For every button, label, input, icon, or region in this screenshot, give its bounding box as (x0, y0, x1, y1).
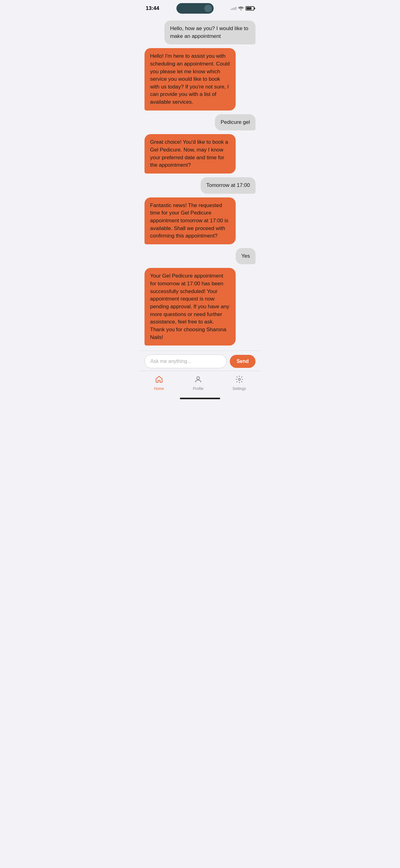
status-bar: 13:44 (139, 0, 261, 16)
battery-icon (245, 6, 254, 10)
message-bubble-user: Hello, how ae you? I would like to make … (164, 21, 256, 44)
message-row: Hello! I'm here to assist you with sched… (144, 48, 256, 110)
send-button[interactable]: Send (230, 355, 256, 368)
chat-input[interactable] (151, 359, 221, 364)
message-row: Great choice! You'd like to book a Gel P… (144, 134, 256, 174)
home-icon (155, 375, 163, 385)
message-row: Yes (144, 248, 256, 265)
message-row: Fantastic news! The requested time for y… (144, 197, 256, 244)
dynamic-island-container (176, 3, 214, 14)
signal-icon (231, 7, 236, 10)
status-time: 13:44 (146, 5, 159, 11)
nav-item-profile[interactable]: Profile (188, 374, 208, 392)
nav-label-settings: Settings (233, 386, 246, 391)
svg-point-1 (238, 378, 240, 381)
message-row: Hello, how ae you? I would like to make … (144, 21, 256, 44)
profile-icon (194, 375, 202, 385)
message-bubble-user: Yes (236, 248, 256, 265)
message-row: Tomorrow at 17:00 (144, 177, 256, 194)
nav-label-home: Home (154, 386, 164, 391)
message-bubble-user: Tomorrow at 17:00 (201, 177, 256, 194)
nav-item-home[interactable]: Home (149, 374, 169, 392)
chat-area: Hello, how ae you? I would like to make … (139, 16, 261, 350)
input-wrapper (144, 354, 227, 368)
dynamic-island (176, 3, 214, 14)
settings-icon (235, 375, 243, 385)
message-bubble-bot: Fantastic news! The requested time for y… (144, 197, 236, 244)
nav-item-settings[interactable]: Settings (228, 374, 251, 392)
message-bubble-bot: Hello! I'm here to assist you with sched… (144, 48, 236, 110)
message-row: Pedicure gel (144, 114, 256, 131)
status-indicators (231, 6, 254, 11)
message-bubble-bot: Your Gel Pedicure appointment for tomorr… (144, 268, 236, 345)
input-area: Send (139, 350, 261, 371)
message-bubble-user: Pedicure gel (215, 114, 256, 131)
wifi-icon (238, 6, 244, 11)
message-bubble-bot: Great choice! You'd like to book a Gel P… (144, 134, 236, 174)
nav-label-profile: Profile (193, 386, 203, 391)
home-indicator (139, 398, 261, 400)
message-row: Your Gel Pedicure appointment for tomorr… (144, 268, 256, 345)
dynamic-island-circle (204, 5, 212, 12)
bottom-nav: Home Profile Settings (139, 371, 261, 398)
svg-point-0 (197, 377, 200, 380)
